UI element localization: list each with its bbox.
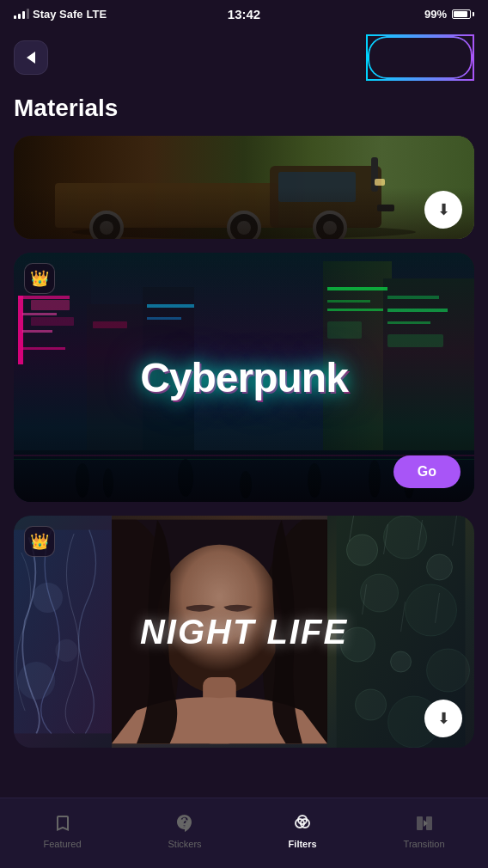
featured-icon — [51, 811, 75, 835]
svg-rect-48 — [14, 529, 112, 733]
nav-stickers[interactable]: Stickers — [155, 804, 216, 856]
svg-point-49 — [33, 583, 63, 613]
time-label: 13:42 — [228, 7, 260, 21]
header: 👑 3 days free trial! — [0, 28, 488, 91]
filters-label: Filters — [289, 839, 317, 849]
svg-point-60 — [360, 574, 398, 612]
filters-icon — [290, 811, 314, 835]
svg-point-50 — [55, 639, 77, 661]
carrier-label: Stay Safe — [33, 8, 83, 21]
stickers-icon — [173, 811, 197, 835]
battery-icon — [452, 9, 474, 19]
svg-rect-80 — [417, 816, 423, 830]
svg-point-51 — [17, 662, 55, 700]
trial-badge[interactable]: 👑 3 days free trial! — [366, 34, 474, 81]
svg-point-61 — [405, 584, 456, 636]
cyberpunk-crown-badge: 👑 — [24, 263, 55, 294]
featured-label: Featured — [43, 839, 81, 849]
vehicle-scene — [14, 136, 474, 239]
back-arrow-icon — [27, 52, 35, 64]
signal-icon — [14, 9, 29, 19]
battery-percent: 99% — [424, 8, 447, 21]
svg-rect-10 — [371, 157, 378, 192]
transition-label: Transition — [404, 839, 445, 849]
status-bar: Stay Safe LTE 13:42 99% — [0, 0, 488, 28]
nightlife-title: NIGHT LIFE — [140, 612, 348, 651]
nav-featured[interactable]: Featured — [29, 804, 95, 856]
status-right: 99% — [424, 8, 474, 21]
trial-text: 3 days free trial! — [407, 43, 459, 72]
svg-point-57 — [346, 535, 377, 565]
cyberpunk-title: Cyberpunk — [140, 353, 348, 400]
svg-point-75 — [182, 820, 184, 822]
nightlife-download-button[interactable]: ⬇ — [424, 700, 462, 737]
svg-point-76 — [186, 820, 187, 822]
page-title: Materials — [0, 91, 488, 136]
svg-point-59 — [426, 554, 452, 580]
crown-emoji-icon: 👑 — [30, 269, 49, 288]
bottom-nav: Featured Stickers Filters — [0, 798, 488, 868]
nightlife-crown-icon: 👑 — [30, 532, 49, 551]
download-icon: ⬇ — [437, 202, 450, 217]
vehicle-card[interactable]: ⬇ — [14, 136, 474, 239]
cards-container: ⬇ — [0, 136, 488, 834]
transition-icon — [412, 811, 436, 835]
svg-point-64 — [426, 649, 469, 692]
vehicle-download-button[interactable]: ⬇ — [424, 191, 462, 229]
crown-icon: 👑 — [381, 48, 400, 67]
back-button[interactable] — [14, 40, 48, 75]
cyberpunk-card[interactable]: 👑 Cyberpunk Go — [14, 253, 474, 502]
nav-transition[interactable]: Transition — [390, 804, 459, 856]
cyberpunk-go-button[interactable]: Go — [393, 455, 461, 488]
svg-point-65 — [355, 689, 386, 720]
svg-point-63 — [390, 651, 411, 672]
nav-filters[interactable]: Filters — [275, 804, 331, 856]
vehicle-overlay — [14, 187, 474, 239]
svg-rect-12 — [375, 179, 385, 186]
stickers-label: Stickers — [168, 839, 202, 849]
nightlife-card[interactable]: 👑 NIGHT LIFE ⬇ — [14, 516, 474, 748]
nightlife-crown-badge: 👑 — [24, 526, 55, 557]
network-label: LTE — [87, 8, 107, 21]
status-left: Stay Safe LTE — [14, 8, 107, 21]
nightlife-download-icon: ⬇ — [437, 711, 450, 726]
